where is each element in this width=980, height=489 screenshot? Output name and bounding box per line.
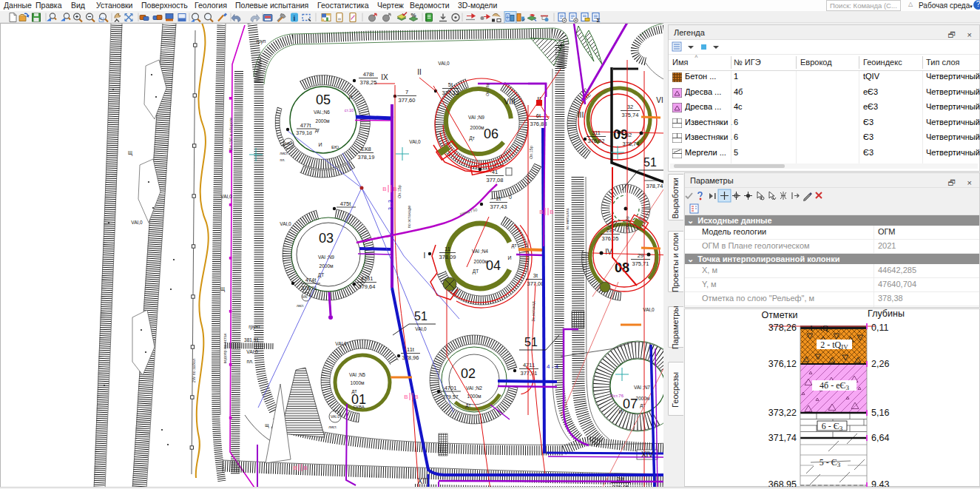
svg-text:пл.: пл. xyxy=(280,158,285,162)
svg-text:%: % xyxy=(410,12,416,18)
svg-text:05: 05 xyxy=(316,92,331,107)
svg-text:28t: 28t xyxy=(606,227,615,234)
svg-text:02: 02 xyxy=(461,366,476,381)
svg-text:Оп.15р: Оп.15р xyxy=(625,216,629,229)
svg-text:376,02: 376,02 xyxy=(588,138,605,144)
svg-text:В: В xyxy=(303,465,307,471)
svg-text:Щ: Щ xyxy=(128,150,132,156)
svg-text:Глубины: Глубины xyxy=(868,308,905,319)
svg-text:6t: 6t xyxy=(536,112,541,119)
svg-text:лист.: лист. xyxy=(328,425,337,429)
svg-text:2000м: 2000м xyxy=(470,125,484,130)
svg-text:32: 32 xyxy=(627,104,633,110)
svg-text:379,64: 379,64 xyxy=(359,283,376,290)
svg-text:375,71: 375,71 xyxy=(632,260,649,267)
svg-text:377,60: 377,60 xyxy=(399,97,416,104)
svg-text:VAI,0: VAI,0 xyxy=(438,61,450,66)
svg-text:XIII: XIII xyxy=(417,477,428,485)
svg-text:VAI: VAI xyxy=(303,295,308,299)
svg-text:1000м: 1000м xyxy=(351,380,365,385)
svg-text:379,?1: 379,?1 xyxy=(301,286,317,291)
svg-text:376,12: 376,12 xyxy=(768,359,797,369)
svg-text:И: И xyxy=(318,142,322,147)
svg-text:29: 29 xyxy=(638,252,643,259)
svg-text:474t: 474t xyxy=(305,277,317,283)
svg-text:Отметки: Отметки xyxy=(762,310,798,320)
svg-text:Щ: Щ xyxy=(220,286,225,292)
svg-text:III: III xyxy=(578,111,584,119)
svg-text:6,64: 6,64 xyxy=(871,433,889,443)
svg-text:лист.: лист. xyxy=(280,151,288,155)
svg-text:03: 03 xyxy=(319,231,334,246)
svg-text:И: И xyxy=(507,255,511,260)
svg-text:2t: 2t xyxy=(496,195,501,202)
svg-text:ДТ: ДТ xyxy=(318,272,324,278)
svg-text:дт: дт xyxy=(352,388,357,394)
svg-text:грунт: грунт xyxy=(249,324,260,330)
svg-text:375,74: 375,74 xyxy=(622,112,639,118)
svg-text:ДТ: ДТ xyxy=(473,269,479,274)
svg-text:водопр по эстак: водопр по эстак xyxy=(223,333,227,363)
svg-text:06: 06 xyxy=(484,127,499,141)
svg-text:VAI ;N2: VAI ;N2 xyxy=(466,385,482,391)
svg-text:XIV: XIV xyxy=(641,451,653,459)
svg-text:VAI,0: VAI,0 xyxy=(643,307,655,312)
svg-text:I: I xyxy=(424,252,426,260)
svg-text:груп: груп xyxy=(257,38,266,44)
svg-text:Дт: Дт xyxy=(469,135,474,141)
svg-text:4б - еЄ3: 4б - еЄ3 xyxy=(820,380,849,391)
svg-text:51: 51 xyxy=(643,156,657,169)
svg-text:VAI:0: VAI:0 xyxy=(246,349,258,354)
svg-text:VAI ;N9: VAI ;N9 xyxy=(468,115,484,120)
svg-text:Оп.16р: Оп.16р xyxy=(485,83,490,96)
svg-text:9,43: 9,43 xyxy=(871,479,889,487)
svg-text:VAI,0: VAI,0 xyxy=(335,341,347,346)
svg-text:379,57: 379,57 xyxy=(442,394,459,399)
svg-text:4 - 4: 4 - 4 xyxy=(547,363,559,370)
svg-text:VIII: VIII xyxy=(504,98,515,106)
svg-text:ЕК8: ЕК8 xyxy=(361,146,371,152)
svg-text:377,13: 377,13 xyxy=(442,90,459,96)
svg-text:дт: дт xyxy=(512,243,517,249)
svg-text:IX: IX xyxy=(381,73,388,81)
svg-text:3t: 3t xyxy=(533,272,538,279)
svg-text:3 - 3: 3 - 3 xyxy=(388,200,393,210)
svg-text:376,05: 376,05 xyxy=(602,235,619,242)
svg-text:11: 11 xyxy=(445,246,450,252)
svg-text:VAI,0: VAI,0 xyxy=(220,194,232,199)
svg-text:Вл.150 в обороте: Вл.150 в обороте xyxy=(229,118,233,150)
svg-text:Ост.76: Ост.76 xyxy=(610,394,624,398)
svg-text:Оп.15р: Оп.15р xyxy=(529,146,533,159)
svg-text:378,74: 378,74 xyxy=(646,183,663,189)
svg-text:379,1d: 379,1d xyxy=(296,130,312,135)
svg-text:Σ: Σ xyxy=(597,17,601,24)
svg-text:04: 04 xyxy=(486,258,501,273)
svg-text:VAI ;N5: VAI ;N5 xyxy=(349,372,365,377)
svg-text:378,19: 378,19 xyxy=(358,154,375,161)
svg-text:VAI.0: VAI.0 xyxy=(331,414,339,419)
svg-text:377,08: 377,08 xyxy=(487,177,504,183)
svg-text:4701: 4701 xyxy=(445,385,457,391)
svg-text:4731: 4731 xyxy=(361,275,374,282)
svg-text:478t: 478t xyxy=(363,71,375,78)
svg-text:В: В xyxy=(382,186,386,192)
svg-text:Оп.15р: Оп.15р xyxy=(397,185,402,198)
svg-text:VAI,0: VAI,0 xyxy=(280,221,291,226)
svg-text:В: В xyxy=(539,209,543,215)
svg-text:378,26: 378,26 xyxy=(768,323,797,333)
svg-text:377,43: 377,43 xyxy=(490,203,507,210)
svg-text:477t: 477t xyxy=(300,122,312,129)
svg-text:щ: щ xyxy=(265,422,269,428)
svg-text:В: В xyxy=(404,394,408,400)
svg-text:0: 0 xyxy=(509,195,512,200)
svg-text:дг: дг xyxy=(315,127,320,133)
svg-text:СКВА: СКВА xyxy=(353,405,365,409)
svg-text:0,11: 0,11 xyxy=(871,323,888,333)
svg-text:VAI: VAI xyxy=(285,141,291,146)
svg-text:VAI,0: VAI,0 xyxy=(409,139,421,144)
svg-text:378,25: 378,25 xyxy=(360,79,377,86)
svg-text:ЕЮ: ЕЮ xyxy=(331,145,339,149)
svg-text:377,91: 377,91 xyxy=(521,370,538,377)
svg-text:VAI,0: VAI,0 xyxy=(131,220,143,225)
svg-text:VAI ;N7: VAI ;N7 xyxy=(634,385,650,390)
